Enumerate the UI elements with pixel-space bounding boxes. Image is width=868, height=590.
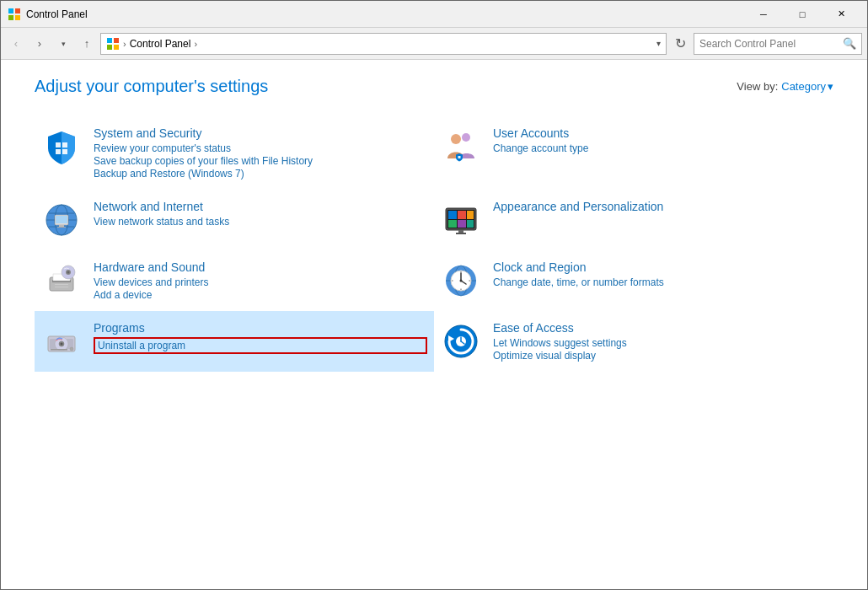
control-panel-icon (106, 37, 120, 51)
svg-rect-22 (59, 225, 64, 227)
window-title: Control Panel (26, 8, 744, 20)
ease-of-access-icon (441, 321, 481, 362)
svg-rect-28 (467, 211, 474, 219)
backup-restore-link[interactable]: Backup and Restore (Windows 7) (94, 168, 427, 180)
programs-icon (41, 321, 82, 362)
header-row: Adjust your computer's settings View by:… (35, 77, 833, 96)
svg-point-59 (70, 347, 73, 351)
view-by-label: View by: (737, 80, 778, 93)
svg-point-13 (462, 133, 470, 142)
svg-rect-33 (456, 233, 466, 234)
svg-rect-21 (56, 216, 67, 223)
svg-rect-0 (8, 8, 13, 13)
close-button[interactable]: ✕ (822, 1, 860, 28)
hardware-sound-icon (41, 260, 82, 301)
svg-rect-11 (62, 149, 67, 154)
hardware-sound-title[interactable]: Hardware and Sound (94, 260, 427, 274)
search-icon: 🔍 (843, 37, 856, 50)
appearance-text: Appearance and Personalization (493, 200, 827, 216)
hardware-sound-text: Hardware and Sound View devices and prin… (94, 260, 427, 301)
svg-rect-14 (458, 156, 461, 158)
review-status-link[interactable]: Review your computer's status (94, 142, 427, 154)
category-system-security: System and Security Review your computer… (35, 116, 434, 190)
svg-rect-3 (15, 15, 20, 20)
page-title: Adjust your computer's settings (35, 77, 268, 96)
svg-rect-37 (55, 287, 68, 287)
svg-rect-29 (448, 220, 457, 228)
svg-rect-1 (15, 8, 20, 13)
programs-text: Programs Uninstall a program (94, 321, 427, 354)
network-internet-text: Network and Internet View network status… (94, 200, 427, 228)
up-button[interactable]: ↑ (77, 34, 97, 54)
change-date-link[interactable]: Change date, time, or number formats (493, 276, 827, 288)
clock-region-title[interactable]: Clock and Region (493, 260, 827, 274)
svg-rect-26 (448, 211, 457, 219)
address-bar: ‹ › ▾ ↑ › Control Panel › ▾ ↻ 🔍 (1, 28, 867, 60)
network-status-link[interactable]: View network status and tasks (94, 216, 427, 228)
address-dropdown[interactable]: ▾ (656, 39, 661, 48)
back-button[interactable]: ‹ (6, 34, 26, 54)
categories-grid: System and Security Review your computer… (35, 116, 833, 372)
window-controls: ─ □ ✕ (744, 1, 860, 28)
clock-region-links: Change date, time, or number formats (493, 276, 827, 288)
optimize-visual-link[interactable]: Optimize visual display (493, 350, 827, 362)
file-history-link[interactable]: Save backup copies of your files with Fi… (94, 155, 427, 167)
suggest-settings-link[interactable]: Let Windows suggest settings (493, 337, 827, 349)
user-accounts-title[interactable]: User Accounts (493, 126, 827, 140)
svg-rect-31 (467, 220, 474, 228)
add-device-link[interactable]: Add a device (94, 289, 427, 301)
change-account-link[interactable]: Change account type (493, 142, 827, 154)
network-internet-links: View network status and tasks (94, 216, 427, 228)
category-programs: Programs Uninstall a program (35, 311, 434, 372)
forward-button[interactable]: › (29, 34, 50, 54)
search-input[interactable] (699, 38, 839, 50)
category-network-internet: Network and Internet View network status… (35, 190, 434, 250)
ease-of-access-text: Ease of Access Let Windows suggest setti… (493, 321, 827, 362)
user-accounts-text: User Accounts Change account type (493, 126, 827, 154)
network-internet-icon (41, 200, 82, 240)
network-internet-title[interactable]: Network and Internet (94, 200, 427, 213)
app-icon (8, 8, 21, 21)
ease-of-access-title[interactable]: Ease of Access (493, 321, 827, 335)
view-by-value-text: Category (781, 80, 826, 93)
svg-point-57 (61, 343, 63, 346)
category-ease-of-access: Ease of Access Let Windows suggest setti… (434, 311, 833, 372)
svg-rect-10 (56, 149, 61, 154)
svg-rect-36 (55, 284, 68, 285)
refresh-button[interactable]: ↻ (670, 34, 690, 54)
system-security-links: Review your computer's status Save backu… (94, 142, 427, 180)
address-field[interactable]: › Control Panel › ▾ (100, 33, 667, 55)
svg-rect-32 (458, 230, 463, 233)
uninstall-program-link[interactable]: Uninstall a program (94, 337, 427, 354)
address-path-sep1: › (123, 39, 126, 49)
programs-title[interactable]: Programs (94, 321, 427, 335)
view-devices-link[interactable]: View devices and printers (94, 276, 427, 288)
svg-rect-7 (114, 45, 119, 50)
svg-point-12 (451, 134, 461, 144)
category-appearance: Appearance and Personalization (434, 190, 833, 250)
search-field[interactable]: 🔍 (694, 33, 862, 55)
svg-rect-58 (51, 349, 67, 351)
programs-links: Uninstall a program (94, 337, 427, 354)
maximize-button[interactable]: □ (783, 1, 822, 28)
view-by-dropdown[interactable]: Category ▾ (781, 80, 833, 93)
user-accounts-icon (441, 126, 481, 167)
ease-of-access-links: Let Windows suggest settings Optimize vi… (493, 337, 827, 362)
system-security-title[interactable]: System and Security (94, 126, 427, 140)
system-security-icon (41, 126, 82, 167)
view-by-arrow: ▾ (828, 80, 833, 93)
clock-region-text: Clock and Region Change date, time, or n… (493, 260, 827, 288)
minimize-button[interactable]: ─ (744, 1, 783, 28)
svg-rect-4 (107, 38, 112, 43)
clock-region-icon (441, 260, 481, 301)
user-accounts-links: Change account type (493, 142, 827, 154)
svg-rect-2 (8, 15, 13, 20)
recent-locations-button[interactable]: ▾ (53, 34, 73, 54)
category-clock-region: Clock and Region Change date, time, or n… (434, 250, 833, 311)
svg-rect-9 (62, 142, 67, 148)
category-user-accounts: User Accounts Change account type (434, 116, 833, 190)
address-path-sep2: › (194, 39, 197, 49)
hardware-sound-links: View devices and printers Add a device (94, 276, 427, 301)
appearance-title[interactable]: Appearance and Personalization (493, 200, 827, 213)
title-bar: Control Panel ─ □ ✕ (1, 1, 867, 28)
